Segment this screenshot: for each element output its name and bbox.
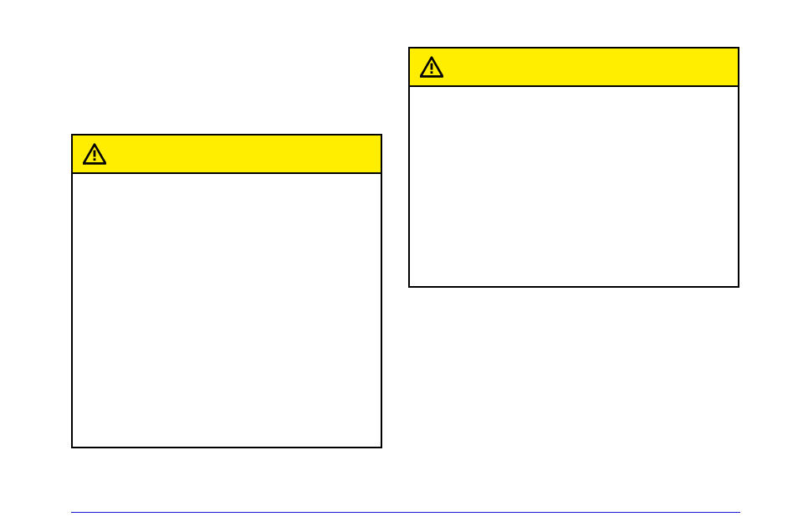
caution-header — [410, 49, 738, 87]
caution-body — [73, 174, 381, 447]
caution-body — [410, 87, 738, 286]
svg-rect-2 — [94, 158, 96, 161]
footer-rule — [71, 512, 740, 513]
svg-rect-1 — [94, 151, 96, 157]
warning-triangle-icon — [420, 56, 443, 78]
caution-box-left — [71, 134, 382, 448]
warning-triangle-icon — [83, 143, 106, 165]
caution-box-right — [408, 47, 739, 288]
page — [0, 0, 798, 532]
svg-rect-5 — [431, 71, 433, 74]
svg-rect-4 — [431, 64, 433, 70]
caution-header — [73, 136, 381, 174]
